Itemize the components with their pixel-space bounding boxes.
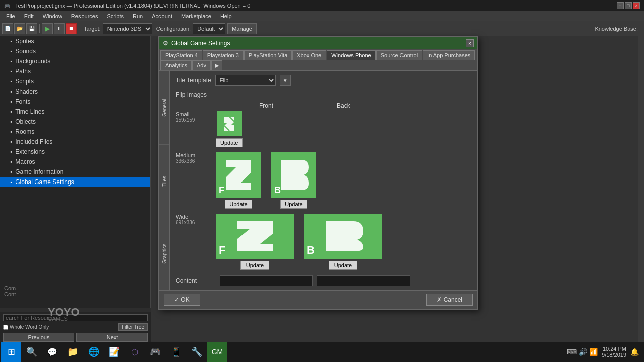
- toolbar-debug[interactable]: ⏸: [54, 23, 65, 34]
- wide-label: Wide: [176, 214, 216, 220]
- right-scrollbar[interactable]: [638, 36, 644, 342]
- target-select[interactable]: Nintendo 3DS: [103, 23, 152, 34]
- menu-help[interactable]: Help: [216, 12, 236, 20]
- taskbar-icon-app2[interactable]: 🔧: [187, 342, 207, 362]
- sidebar-item-extensions[interactable]: ▪ Extensions: [0, 147, 150, 157]
- toolbar-stop[interactable]: ⏹: [66, 23, 77, 34]
- menu-marketplace[interactable]: Marketplace: [177, 12, 215, 20]
- manage-button[interactable]: Manage: [227, 23, 257, 34]
- global-settings-icon: ▪: [10, 178, 12, 186]
- title-bar-controls[interactable]: − □ ×: [617, 2, 640, 9]
- menu-edit[interactable]: Edit: [20, 12, 38, 20]
- sidebar-item-sprites[interactable]: ▪ Sprites: [0, 36, 150, 46]
- rooms-icon: ▪: [10, 128, 12, 135]
- vtab-general[interactable]: General: [159, 71, 169, 144]
- sidebar-item-fonts[interactable]: ▪ Fonts: [0, 97, 150, 107]
- sidebar-item-backgrounds[interactable]: ▪ Backgrounds: [0, 56, 150, 66]
- medium-front-update-button[interactable]: Update: [225, 200, 252, 209]
- menu-scripts[interactable]: Scripts: [103, 12, 128, 20]
- tile-template-select[interactable]: Flip: [215, 75, 276, 86]
- tab-analytics[interactable]: Analytics: [160, 60, 192, 70]
- next-button[interactable]: Next: [76, 333, 148, 342]
- sidebar-item-shaders[interactable]: ▪ Shaders: [0, 86, 150, 97]
- tab-playstation4[interactable]: PlayStation 4: [160, 50, 202, 60]
- sidebar-item-paths[interactable]: ▪ Paths: [0, 66, 150, 76]
- global-game-settings-dialog: ⚙ Global Game Settings × PlayStation 4 P…: [158, 36, 478, 310]
- tab-windows-phone[interactable]: Windows Phone: [327, 50, 376, 60]
- wide-front-update-button[interactable]: Update: [240, 261, 269, 270]
- vtab-tiles[interactable]: Tiles: [159, 144, 169, 218]
- menu-resources[interactable]: Resources: [67, 12, 102, 20]
- tab-in-app-purchases[interactable]: In App Purchases: [423, 50, 475, 60]
- taskbar-icon-file-explorer[interactable]: 📁: [63, 342, 83, 362]
- dialog-icon: ⚙: [163, 40, 168, 47]
- tab-xbox-one[interactable]: Xbox One: [292, 50, 326, 60]
- menu-account[interactable]: Account: [148, 12, 176, 20]
- whole-word-checkbox-label[interactable]: Whole Word Only: [3, 324, 49, 330]
- sidebar-item-game-info[interactable]: ▪ Game Information: [0, 167, 150, 177]
- taskbar-icon-vs[interactable]: ⬡: [125, 342, 145, 362]
- sidebar-item-macros[interactable]: ▪ Macros: [0, 157, 150, 167]
- maximize-button[interactable]: □: [625, 2, 632, 9]
- sidebar-item-included-files[interactable]: ▪ Included Files: [0, 137, 150, 147]
- content-input-2[interactable]: [317, 275, 410, 286]
- objects-icon: ▪: [10, 118, 12, 125]
- whole-word-checkbox[interactable]: [3, 325, 8, 330]
- taskbar-icons-tray: ⌨ 🔊 📶: [567, 348, 598, 356]
- small-front-update-button[interactable]: Update: [216, 138, 243, 147]
- toolbar-save[interactable]: 💾: [26, 23, 37, 34]
- tab-source-control[interactable]: Source Control: [376, 50, 422, 60]
- toolbar-open[interactable]: 📂: [14, 23, 25, 34]
- taskbar-date: 9/18/2019: [602, 352, 626, 358]
- tab-playstation-vita[interactable]: PlayStation Vita: [244, 50, 292, 60]
- toolbar-run[interactable]: ▶: [42, 23, 53, 34]
- medium-front-logo-svg: [221, 157, 256, 193]
- ok-button[interactable]: ✓ OK: [164, 294, 200, 306]
- taskbar-icon-cortana[interactable]: 💬: [42, 342, 62, 362]
- taskbar-icon-browser[interactable]: 🌐: [84, 342, 104, 362]
- content-label: Content: [176, 277, 216, 284]
- start-button[interactable]: ⊞: [1, 342, 21, 362]
- toolbar-new[interactable]: 📄: [2, 23, 13, 34]
- taskbar-icon-yoyo[interactable]: GM: [207, 342, 227, 362]
- sidebar-item-global-settings[interactable]: ▪ Global Game Settings: [0, 177, 150, 187]
- dialog-title-left: ⚙ Global Game Settings: [163, 40, 230, 47]
- config-select[interactable]: Default: [193, 23, 225, 34]
- wide-back-update-button[interactable]: Update: [329, 261, 357, 270]
- filter-tree-button[interactable]: Filter Tree: [118, 323, 148, 331]
- menu-run[interactable]: Run: [129, 12, 147, 20]
- wide-back-box: B Update: [304, 214, 382, 270]
- sidebar-item-timelines[interactable]: ▪ Time Lines: [0, 107, 150, 117]
- tile-template-dropdown-btn[interactable]: ▼: [280, 75, 291, 86]
- content-input-1[interactable]: [220, 275, 313, 286]
- previous-button[interactable]: Previous: [3, 333, 74, 342]
- wide-front-letter: F: [219, 244, 225, 257]
- sidebar-item-scripts[interactable]: ▪ Scripts: [0, 76, 150, 86]
- close-button[interactable]: ×: [633, 2, 640, 9]
- taskbar-icon-app1[interactable]: 📱: [166, 342, 186, 362]
- tab-next-arrow[interactable]: ▶: [211, 60, 222, 70]
- dialog-backdrop: ⚙ Global Game Settings × PlayStation 4 P…: [158, 36, 478, 310]
- sidebar-item-objects[interactable]: ▪ Objects: [0, 117, 150, 127]
- flip-images-section: Flip Images Front Back Small 159x159: [176, 91, 471, 286]
- taskbar: ⊞ 🔍 💬 📁 🌐 📝 ⬡ 🎮 📱 🔧 GM ⌨ 🔊 📶 10:24 PM 9/…: [0, 342, 644, 362]
- notifications-icon[interactable]: 🔔: [630, 348, 639, 356]
- tab-adv[interactable]: Adv: [192, 60, 211, 70]
- medium-front-box: F Update: [216, 152, 261, 209]
- dialog-close-button[interactable]: ×: [466, 39, 474, 47]
- flip-columns-header: Front Back: [216, 102, 471, 109]
- sidebar-item-sounds[interactable]: ▪ Sounds: [0, 46, 150, 56]
- medium-back-update-button[interactable]: Update: [280, 200, 307, 209]
- vtab-graphics[interactable]: Graphics: [159, 217, 169, 290]
- taskbar-icon-notepad[interactable]: 📝: [104, 342, 124, 362]
- menu-window[interactable]: Window: [39, 12, 66, 20]
- cancel-button[interactable]: ✗ Cancel: [426, 294, 473, 306]
- tab-playstation3[interactable]: Playstation 3: [203, 50, 244, 60]
- minimize-button[interactable]: −: [617, 2, 624, 9]
- medium-back-box: B Update: [271, 152, 316, 209]
- toolbar: 📄 📂 💾 ▶ ⏸ ⏹ Target: Nintendo 3DS Configu…: [0, 21, 644, 36]
- sidebar-item-rooms[interactable]: ▪ Rooms: [0, 127, 150, 137]
- taskbar-icon-steam[interactable]: 🎮: [145, 342, 166, 362]
- taskbar-icon-search[interactable]: 🔍: [22, 342, 42, 362]
- menu-file[interactable]: File: [2, 12, 19, 20]
